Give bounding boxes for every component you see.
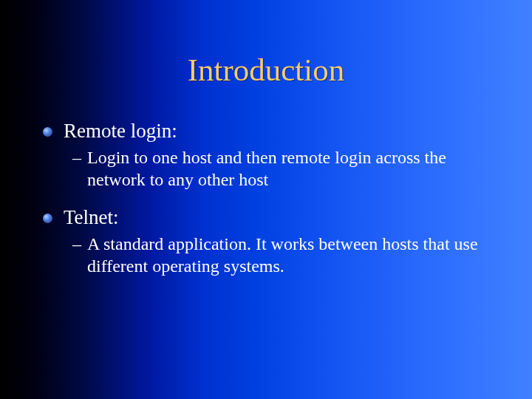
bullet-dot-icon <box>43 127 52 137</box>
bullet-item: Remote login: <box>43 119 502 143</box>
dash-icon: – <box>72 147 81 168</box>
sub-bullet-text: Login to one host and then remote login … <box>87 148 446 188</box>
sub-bullet-text: A standard application. It works between… <box>87 234 478 275</box>
sub-bullet-item: – Login to one host and then remote logi… <box>72 147 495 191</box>
slide-content: Remote login: – Login to one host and th… <box>43 119 502 277</box>
bullet-item: Telnet: <box>43 205 502 229</box>
bullet-dot-icon <box>43 214 52 223</box>
sub-bullet-item: – A standard application. It works betwe… <box>72 233 495 277</box>
bullet-label: Remote login: <box>64 120 177 142</box>
dash-icon: – <box>72 233 81 255</box>
slide: Introduction Remote login: – Login to on… <box>0 0 532 399</box>
bullet-label: Telnet: <box>64 206 119 228</box>
slide-title: Introduction <box>0 52 532 88</box>
